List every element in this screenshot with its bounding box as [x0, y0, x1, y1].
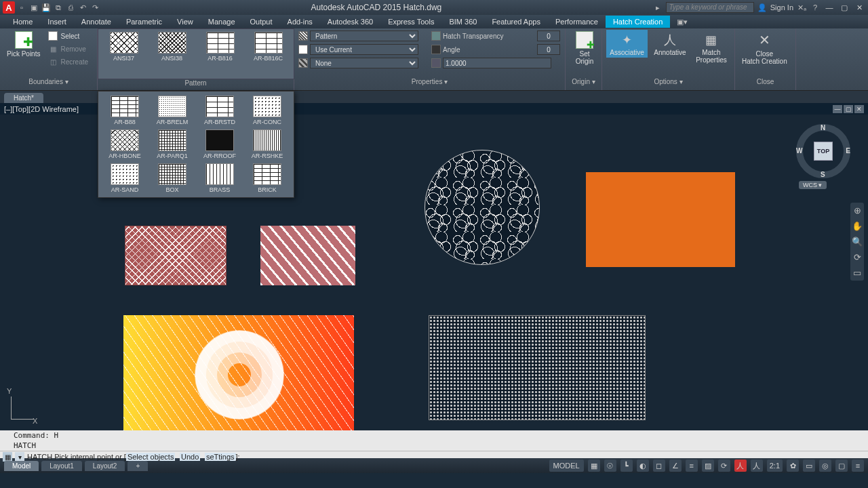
swatch-arsand[interactable]: AR-SAND: [102, 163, 147, 193]
status-customize-icon[interactable]: ≡: [852, 460, 864, 472]
hatch-bg-select[interactable]: None: [310, 58, 418, 68]
qat-save-icon[interactable]: 💾: [41, 2, 52, 13]
account-icon[interactable]: 👤: [757, 2, 768, 13]
exchange-icon[interactable]: ✕ₐ: [796, 2, 807, 13]
status-isolate-icon[interactable]: ◎: [819, 460, 831, 472]
tab-addins[interactable]: Add-ins: [280, 16, 320, 28]
cmd-recent-icon[interactable]: ▦: [3, 452, 12, 462]
annotative-button[interactable]: 人Annotative: [650, 30, 690, 58]
tab-autodesk360[interactable]: Autodesk 360: [320, 16, 380, 28]
panel-boundaries-label[interactable]: Boundaries ▾: [4, 78, 93, 89]
sign-in-label[interactable]: Sign In: [770, 3, 793, 12]
panel-pattern-label[interactable]: Pattern: [98, 79, 294, 90]
tab-bim360[interactable]: BIM 360: [441, 16, 484, 28]
associative-button[interactable]: ✦Associative: [606, 30, 648, 58]
vp-close-icon[interactable]: ✕: [854, 105, 864, 113]
tab-output[interactable]: Output: [243, 16, 280, 28]
cmd-opt-settings[interactable]: seTtings: [205, 453, 236, 461]
viewcube[interactable]: TOP N S E W WCS ▾: [796, 124, 850, 178]
set-origin-button[interactable]: ✚ Set Origin: [570, 30, 599, 66]
vp-minimize-icon[interactable]: —: [833, 105, 842, 113]
swatch-brass[interactable]: BRASS: [197, 163, 242, 193]
hatch-color-select[interactable]: Use Current: [310, 44, 418, 55]
qat-new-icon[interactable]: ▫: [16, 2, 27, 13]
status-annoscale-icon[interactable]: 人: [734, 460, 747, 472]
file-tab-hatch[interactable]: Hatch*: [4, 93, 43, 103]
panel-options-label[interactable]: Options ▾: [606, 78, 730, 89]
angle-input[interactable]: [537, 44, 560, 55]
swatch-box[interactable]: BOX: [150, 163, 195, 193]
tab-expresstools[interactable]: Express Tools: [380, 16, 441, 28]
pattern-gallery-flyout[interactable]: AR-B88 AR-BRELM AR-BRSTD AR-CONC AR-HBON…: [98, 91, 294, 198]
qat-print-icon[interactable]: ⎙: [65, 2, 76, 13]
cmd-opt-select[interactable]: Select objects: [126, 453, 175, 461]
tab-insert[interactable]: Insert: [40, 16, 74, 28]
qat-open-icon[interactable]: ▣: [28, 2, 39, 13]
layout-tab-add[interactable]: +: [127, 461, 148, 471]
status-lweight-icon[interactable]: ≡: [686, 460, 698, 472]
ribbon-overflow-icon[interactable]: ▣▾: [677, 16, 688, 27]
cmd-opt-undo[interactable]: Undo: [180, 453, 200, 461]
status-workspace-icon[interactable]: ✿: [787, 460, 799, 472]
nav-fullnav-icon[interactable]: ⊕: [854, 205, 861, 216]
status-scale-button[interactable]: 2:1: [767, 460, 783, 472]
swatch-arparq1[interactable]: AR-PARQ1: [150, 129, 195, 159]
nav-orbit-icon[interactable]: ⟳: [854, 252, 861, 262]
status-monitor-icon[interactable]: ▭: [803, 460, 815, 472]
tab-home[interactable]: Home: [5, 16, 40, 28]
swatch-arb816[interactable]: AR-B816: [197, 32, 243, 62]
swatch-arb88[interactable]: AR-B88: [102, 96, 147, 125]
swatch-arrroof[interactable]: AR-RROOF: [197, 129, 242, 159]
swatch-arconc[interactable]: AR-CONC: [245, 96, 290, 125]
nav-pan-icon[interactable]: ✋: [852, 221, 863, 231]
status-cleanscreen-icon[interactable]: ▢: [835, 460, 848, 472]
minimize-icon[interactable]: —: [823, 2, 835, 13]
status-polar-icon[interactable]: ◐: [637, 460, 649, 472]
infocenter-search-icon[interactable]: ▸: [652, 2, 663, 13]
app-icon[interactable]: A: [3, 1, 15, 14]
tab-manage[interactable]: Manage: [201, 16, 243, 28]
hatch-type-select[interactable]: Pattern: [310, 30, 418, 41]
swatch-brick[interactable]: BRICK: [245, 163, 290, 193]
status-model-button[interactable]: MODEL: [549, 460, 584, 472]
recreate-button[interactable]: ◫Recreate: [45, 56, 91, 68]
close-icon[interactable]: ✕: [853, 2, 865, 13]
nav-zoom-icon[interactable]: 🔍: [852, 237, 863, 247]
swatch-ansi38[interactable]: ANSI38: [149, 32, 195, 62]
qat-saveas-icon[interactable]: ⧉: [53, 2, 64, 13]
qat-undo-icon[interactable]: ↶: [77, 2, 88, 13]
status-osnap-icon[interactable]: ◻: [653, 460, 665, 472]
status-otrack-icon[interactable]: ∠: [669, 460, 682, 472]
scale-input[interactable]: [443, 58, 551, 68]
swatch-arbrelm[interactable]: AR-BRELM: [150, 96, 195, 125]
swatch-arb816c[interactable]: AR-B816C: [245, 32, 291, 62]
navigation-bar[interactable]: ⊕ ✋ 🔍 ⟳ ▭: [850, 203, 864, 281]
viewport-config-label[interactable]: [–][Top][2D Wireframe]: [4, 105, 79, 113]
swatch-ansi37[interactable]: ANSI37: [101, 32, 146, 62]
tab-view[interactable]: View: [170, 16, 201, 28]
status-annovisibility-icon[interactable]: 人: [751, 460, 763, 472]
panel-origin-label[interactable]: Origin ▾: [570, 78, 597, 89]
tab-performance[interactable]: Performance: [548, 16, 606, 28]
pattern-gallery[interactable]: ANSI37 ANSI38 AR-B816 AR-B816C: [98, 28, 294, 79]
tab-featuredapps[interactable]: Featured Apps: [484, 16, 548, 28]
status-ortho-icon[interactable]: ┗: [620, 460, 633, 472]
status-transparency-icon[interactable]: ▨: [702, 460, 714, 472]
select-button[interactable]: Select: [45, 30, 91, 42]
wcs-dropdown[interactable]: WCS ▾: [799, 181, 827, 189]
search-input[interactable]: Type a keyword or phrase: [666, 2, 754, 13]
nav-showmotion-icon[interactable]: ▭: [853, 268, 861, 278]
tab-annotate[interactable]: Annotate: [74, 16, 119, 28]
swatch-arrshke[interactable]: AR-RSHKE: [245, 129, 290, 159]
status-cycling-icon[interactable]: ⟳: [718, 460, 730, 472]
close-hatch-button[interactable]: ✕ Close Hatch Creation: [739, 30, 790, 66]
maximize-icon[interactable]: ▢: [838, 2, 850, 13]
cmd-chevron-icon[interactable]: ▾: [15, 452, 24, 462]
layout-tab-model[interactable]: Model: [4, 461, 39, 471]
remove-button[interactable]: ▦Remove: [45, 43, 91, 55]
help-icon[interactable]: ?: [810, 2, 821, 13]
layout-tab-2[interactable]: Layout2: [85, 461, 125, 471]
status-grid-icon[interactable]: ▦: [588, 460, 600, 472]
qat-redo-icon[interactable]: ↷: [90, 2, 100, 13]
swatch-arhbone[interactable]: AR-HBONE: [102, 129, 147, 159]
